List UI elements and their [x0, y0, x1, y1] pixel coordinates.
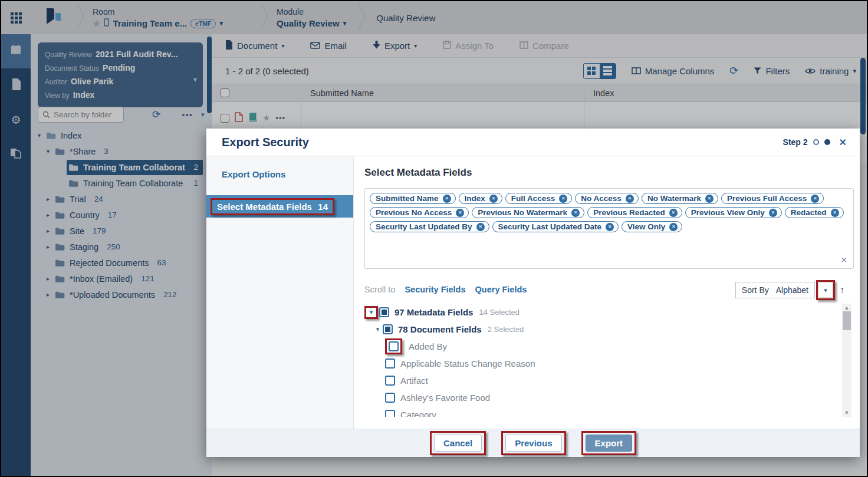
metadata-chip: Redacted ✕ — [785, 207, 844, 218]
metadata-chip: Index ✕ — [459, 193, 502, 204]
chip-remove-icon[interactable]: ✕ — [476, 223, 485, 231]
chip-label: No Access — [581, 194, 622, 203]
export-button[interactable]: Export — [586, 435, 633, 452]
query-fields-link[interactable]: Query Fields — [475, 285, 527, 294]
sort-direction-icon[interactable]: ↑ — [840, 285, 844, 295]
sort-control: Sort By Alphabet ▾ ↑ — [735, 280, 844, 300]
chip-label: Submitted Name — [376, 194, 439, 203]
metadata-fields-tree: ▾ 97 Metadata Fields 14 Selected ▾ 78 Do… — [364, 304, 833, 417]
nav-select-metadata-fields[interactable]: Select Metadata Fields 14 — [206, 195, 353, 218]
chip-label: Previous View Only — [691, 208, 765, 217]
modal-body: Select Metadata Fields Submitted Name ✕ … — [354, 156, 860, 429]
clear-all-icon[interactable]: ✕ — [840, 255, 847, 265]
chip-label: Full Access — [511, 194, 555, 203]
chip-remove-icon[interactable]: ✕ — [669, 209, 678, 217]
chip-remove-icon[interactable]: ✕ — [769, 209, 777, 217]
metadata-chip: Security Last Updated By ✕ — [370, 221, 489, 232]
chip-remove-icon[interactable]: ✕ — [571, 209, 580, 217]
chip-remove-icon[interactable]: ✕ — [811, 195, 819, 203]
field-label: Ashley's Favorite Food — [400, 393, 490, 403]
chip-remove-icon[interactable]: ✕ — [626, 195, 634, 203]
chip-label: Security Last Updated By — [376, 222, 472, 231]
step-1-dot — [813, 139, 819, 145]
field-checkbox[interactable] — [385, 358, 395, 369]
metadata-chip: Submitted Name ✕ — [370, 193, 456, 204]
field-row[interactable]: Ashley's Favorite Food — [364, 389, 833, 406]
step-indicator-label: Step 2 — [783, 137, 808, 147]
sort-value: Alphabet — [776, 285, 808, 295]
chip-label: Index — [465, 194, 485, 203]
field-row[interactable]: Artifact — [364, 372, 833, 389]
field-row[interactable]: Category — [364, 406, 833, 417]
chip-remove-icon[interactable]: ✕ — [606, 223, 614, 231]
chip-remove-icon[interactable]: ✕ — [831, 209, 839, 217]
field-label: Category — [400, 410, 436, 417]
security-fields-link[interactable]: Security Fields — [405, 285, 465, 294]
field-checkbox[interactable] — [385, 410, 395, 417]
chip-remove-icon[interactable]: ✕ — [443, 195, 451, 203]
chip-label: No Watermark — [647, 194, 701, 203]
chip-label: Security Last Updated Date — [498, 222, 602, 231]
field-checkbox[interactable] — [389, 341, 399, 351]
field-checkbox-wrap — [385, 410, 395, 417]
previous-button[interactable]: Previous — [505, 435, 561, 452]
metadata-chip: Previous View Only ✕ — [685, 207, 782, 218]
group-checkbox[interactable] — [383, 324, 393, 334]
metadata-chip: Previous No Access ✕ — [370, 207, 469, 218]
chip-label: Previous No Watermark — [478, 208, 567, 217]
field-row[interactable]: Applicable Status Change Reason — [364, 355, 833, 372]
group-caret-icon[interactable]: ▾ — [373, 325, 383, 333]
metadata-chip: Previous No Watermark ✕ — [472, 207, 584, 218]
tree-group-row: ▾ 78 Document Fields 2 Selected — [364, 321, 833, 338]
root-caret-icon[interactable]: ▾ — [366, 308, 376, 316]
metadata-chip: No Watermark ✕ — [642, 193, 718, 204]
field-checkbox-wrap — [385, 338, 402, 354]
step-2-dot — [824, 139, 830, 145]
metadata-chip: No Access ✕ — [575, 193, 639, 204]
annotation-sort-caret: ▾ — [816, 280, 835, 300]
field-checkbox-wrap — [385, 376, 395, 386]
sort-by-box[interactable]: Sort By Alphabet — [735, 282, 815, 298]
modal-close-icon[interactable]: ✕ — [839, 137, 847, 148]
annotation-cancel: Cancel — [430, 431, 486, 455]
scroll-to-label: Scroll to — [364, 285, 395, 294]
annotation-root-caret: ▾ — [364, 306, 378, 319]
app-window: ⚙ Room ★ Training Team e... eTMF ▾ M — [0, 0, 868, 477]
sort-dropdown-caret-icon[interactable]: ▾ — [818, 282, 833, 298]
export-security-modal: Export Security Step 2 ✕ Export Options … — [206, 129, 860, 457]
field-checkbox-wrap — [385, 358, 395, 369]
modal-footer: Cancel Previous Export — [206, 429, 860, 457]
root-label: 97 Metadata Fields — [394, 307, 473, 317]
metadata-fields-heading: Select Metadata Fields — [364, 167, 472, 179]
modal-nav-panel: Export Options Select Metadata Fields 14 — [206, 156, 354, 429]
selected-count-badge: 14 — [318, 202, 328, 212]
annotation-export: Export — [581, 431, 637, 455]
root-selected-note: 14 Selected — [479, 308, 520, 317]
field-checkbox[interactable] — [385, 393, 395, 403]
tree-root-row: ▾ 97 Metadata Fields 14 Selected — [364, 304, 833, 321]
fields-scrollbar-thumb[interactable] — [843, 311, 851, 330]
field-checkbox[interactable] — [385, 376, 395, 386]
chip-remove-icon[interactable]: ✕ — [489, 195, 498, 203]
chip-label: Redacted — [791, 208, 827, 217]
fields-scrollbar[interactable]: ▲ ▼ — [842, 304, 851, 417]
chip-remove-icon[interactable]: ✕ — [705, 195, 714, 203]
field-label: Applicable Status Change Reason — [400, 358, 535, 369]
chip-label: View Only — [627, 222, 665, 231]
field-row[interactable]: Added By — [364, 338, 833, 355]
nav-export-options[interactable]: Export Options — [222, 169, 353, 179]
annotation-previous: Previous — [501, 431, 565, 455]
scroll-up-icon[interactable]: ▲ — [842, 305, 851, 311]
chip-remove-icon[interactable]: ✕ — [456, 209, 464, 217]
chip-label: Previous Full Access — [727, 194, 807, 203]
field-label: Artifact — [400, 376, 428, 386]
root-checkbox[interactable] — [379, 307, 389, 317]
field-label: Added By — [409, 341, 447, 351]
modal-header: Export Security Step 2 ✕ — [206, 129, 860, 156]
scroll-down-icon[interactable]: ▼ — [842, 410, 851, 416]
chip-remove-icon[interactable]: ✕ — [669, 223, 678, 231]
cancel-button[interactable]: Cancel — [434, 435, 482, 452]
metadata-chip: View Only ✕ — [622, 221, 682, 232]
metadata-chip: Previous Redacted ✕ — [587, 207, 682, 218]
chip-remove-icon[interactable]: ✕ — [559, 195, 567, 203]
